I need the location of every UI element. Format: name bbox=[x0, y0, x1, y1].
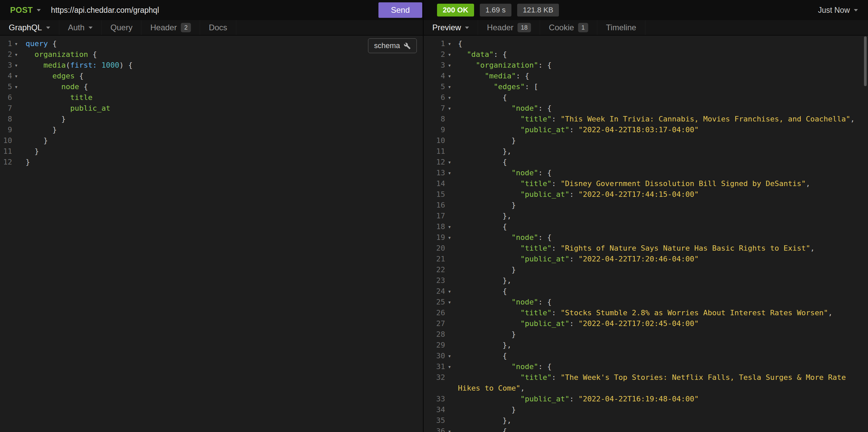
code-text: "organization": { bbox=[458, 60, 862, 71]
fold-caret-icon[interactable]: ▾ bbox=[445, 38, 454, 49]
fold-caret-icon[interactable]: ▾ bbox=[12, 71, 20, 81]
line-number: 5 bbox=[0, 81, 12, 92]
line-number: 4 bbox=[424, 71, 445, 81]
line-number: 30 bbox=[424, 351, 445, 361]
fold-caret-icon[interactable]: ▾ bbox=[445, 157, 454, 168]
schema-button[interactable]: schema bbox=[368, 38, 417, 53]
line-number: 3 bbox=[0, 60, 12, 71]
fold-spacer bbox=[445, 178, 454, 189]
fold-caret-icon[interactable]: ▾ bbox=[445, 232, 454, 243]
fold-caret-icon[interactable]: ▾ bbox=[445, 168, 454, 178]
code-line: 4▾ "media": { bbox=[424, 71, 868, 81]
code-text: { bbox=[458, 286, 862, 297]
fold-spacer bbox=[12, 103, 20, 114]
fold-spacer bbox=[445, 146, 454, 157]
fold-caret-icon[interactable]: ▾ bbox=[445, 297, 454, 307]
fold-spacer bbox=[12, 146, 20, 157]
line-number: 34 bbox=[424, 404, 445, 415]
fold-caret-icon[interactable]: ▾ bbox=[445, 60, 454, 71]
response-body-viewer[interactable]: 1▾{2▾ "data": {3▾ "organization": {4▾ "m… bbox=[424, 36, 868, 432]
code-text: "node": { bbox=[458, 168, 862, 178]
fold-caret-icon[interactable]: ▾ bbox=[12, 60, 20, 71]
fold-caret-icon[interactable]: ▾ bbox=[445, 426, 454, 432]
line-number: 26 bbox=[424, 307, 445, 318]
code-line: 27 "public_at": "2022-04-22T17:02:45-04:… bbox=[424, 318, 868, 329]
line-number: 12 bbox=[0, 157, 12, 168]
fold-spacer bbox=[445, 114, 454, 125]
method-dropdown[interactable]: POST bbox=[10, 5, 41, 15]
code-text: "data": { bbox=[458, 49, 862, 60]
url-input[interactable]: https://api.cheddar.com/graphql bbox=[51, 6, 378, 15]
method-label: POST bbox=[10, 5, 33, 15]
fold-spacer bbox=[445, 275, 454, 286]
tab-auth[interactable]: Auth bbox=[59, 20, 102, 35]
code-line: 7▾ "node": { bbox=[424, 103, 868, 114]
chevron-down-icon bbox=[854, 9, 858, 11]
code-line: 11 } bbox=[0, 146, 423, 157]
line-number: 3 bbox=[424, 60, 445, 71]
fold-caret-icon[interactable]: ▾ bbox=[445, 103, 454, 114]
line-number: 17 bbox=[424, 211, 445, 221]
header-count-badge: 2 bbox=[181, 23, 191, 32]
code-line: 5▾ "edges": [ bbox=[424, 81, 868, 92]
tab-label: Docs bbox=[209, 23, 227, 32]
code-line: 34 } bbox=[424, 404, 868, 415]
tab-header-response[interactable]: Header 18 bbox=[478, 20, 540, 35]
line-number: 31 bbox=[424, 361, 445, 372]
code-text: { bbox=[458, 157, 862, 168]
status-badge: 200 OK bbox=[437, 4, 474, 16]
fold-caret-icon[interactable]: ▾ bbox=[12, 49, 20, 60]
fold-caret-icon[interactable]: ▾ bbox=[445, 92, 454, 103]
fold-spacer bbox=[12, 114, 20, 125]
schema-button-label: schema bbox=[374, 41, 400, 50]
code-text: "title": "Disney Government Dissolution … bbox=[458, 178, 862, 189]
cookie-count-badge: 1 bbox=[578, 23, 588, 32]
code-text: { bbox=[458, 221, 862, 232]
tab-label: Header bbox=[150, 23, 177, 32]
line-number: 1 bbox=[424, 38, 445, 49]
history-label: Just Now bbox=[818, 6, 850, 15]
line-number: 15 bbox=[424, 189, 445, 200]
response-meta-bar: 200 OK 1.69 s 121.8 KB Just Now bbox=[424, 0, 868, 20]
fold-caret-icon[interactable]: ▾ bbox=[445, 49, 454, 60]
send-button[interactable]: Send bbox=[378, 2, 422, 18]
tab-body-type-graphql[interactable]: GraphQL bbox=[0, 20, 59, 35]
line-number: 5 bbox=[424, 81, 445, 92]
code-text: public_at bbox=[20, 103, 423, 114]
tab-docs[interactable]: Docs bbox=[200, 20, 236, 35]
code-text: }, bbox=[458, 211, 862, 221]
line-number: 33 bbox=[424, 394, 445, 404]
fold-spacer bbox=[445, 243, 454, 254]
fold-caret-icon[interactable]: ▾ bbox=[445, 351, 454, 361]
fold-spacer bbox=[445, 318, 454, 329]
fold-caret-icon[interactable]: ▾ bbox=[12, 81, 20, 92]
tab-timeline[interactable]: Timeline bbox=[597, 20, 646, 35]
fold-caret-icon[interactable]: ▾ bbox=[445, 71, 454, 81]
fold-spacer bbox=[445, 329, 454, 340]
code-line: 9 "public_at": "2022-04-22T18:03:17-04:0… bbox=[424, 125, 868, 135]
tab-query[interactable]: Query bbox=[102, 20, 142, 35]
code-text: "public_at": "2022-04-22T17:44:15-04:00" bbox=[458, 189, 862, 200]
fold-caret-icon[interactable]: ▾ bbox=[445, 286, 454, 297]
tab-header-request[interactable]: Header 2 bbox=[142, 20, 200, 35]
code-text: "title": "This Week In Trivia: Cannabis,… bbox=[458, 114, 862, 125]
code-text: } bbox=[20, 146, 423, 157]
history-dropdown[interactable]: Just Now bbox=[818, 6, 858, 15]
fold-spacer bbox=[445, 264, 454, 275]
code-line: 2▾ organization { bbox=[0, 49, 423, 60]
code-text: { bbox=[458, 426, 862, 432]
fold-caret-icon[interactable]: ▾ bbox=[445, 361, 454, 372]
request-editor[interactable]: 1▾query {2▾ organization {3▾ media(first… bbox=[0, 36, 423, 432]
line-number: 10 bbox=[424, 135, 445, 146]
code-line: 15 "public_at": "2022-04-22T17:44:15-04:… bbox=[424, 189, 868, 200]
fold-caret-icon[interactable]: ▾ bbox=[445, 81, 454, 92]
fold-caret-icon[interactable]: ▾ bbox=[445, 221, 454, 232]
tab-cookie[interactable]: Cookie 1 bbox=[540, 20, 597, 35]
time-badge: 1.69 s bbox=[480, 4, 512, 16]
code-line: 4▾ edges { bbox=[0, 71, 423, 81]
fold-caret-icon[interactable]: ▾ bbox=[12, 38, 20, 49]
scrollbar-thumb[interactable] bbox=[864, 36, 867, 86]
code-text: "public_at": "2022-04-22T18:03:17-04:00" bbox=[458, 125, 862, 135]
code-line: 17 }, bbox=[424, 211, 868, 221]
tab-preview[interactable]: Preview bbox=[424, 20, 478, 35]
